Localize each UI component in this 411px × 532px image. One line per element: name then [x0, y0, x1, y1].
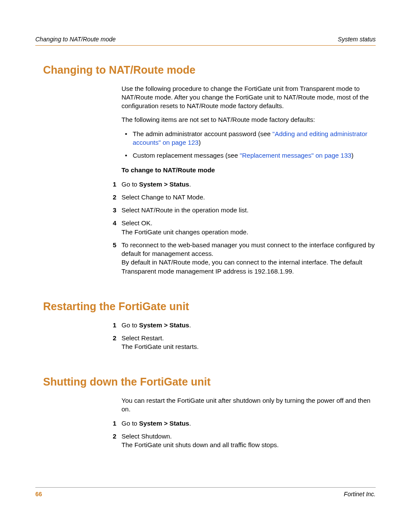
menu-path: System > Status: [139, 420, 189, 427]
menu-path: System > Status: [139, 180, 189, 188]
step-text: Go to: [121, 180, 139, 188]
step-note: By default in NAT/Route mode, you can co…: [121, 258, 376, 276]
step-number: 2: [103, 193, 116, 202]
step-item: 2 Select Change to NAT Mode.: [121, 193, 376, 202]
step-item: 1 Go to System > Status.: [121, 321, 376, 330]
section-nat-body: Use the following procedure to change th…: [121, 84, 376, 276]
step-item: 2 Select Restart. The FortiGate unit res…: [121, 334, 376, 352]
step-text: Select Change to NAT Mode.: [121, 193, 205, 201]
link-replacement-messages[interactable]: "Replacement messages" on page 133: [240, 152, 351, 159]
bullet-list-defaults: The admin administrator account password…: [121, 130, 376, 160]
running-head-left: Changing to NAT/Route mode: [35, 35, 116, 44]
step-number: 1: [103, 419, 116, 428]
step-item: 3 Select NAT/Route in the operation mode…: [121, 206, 376, 215]
para-defaults-intro: The following items are not set to NAT/R…: [121, 115, 376, 124]
step-result: The FortiGate unit changes operation mod…: [121, 228, 376, 236]
section-restart-body: 1 Go to System > Status. 2 Select Restar…: [121, 321, 376, 352]
step-text: Go to: [121, 321, 139, 329]
step-result: The FortiGate unit restarts.: [121, 342, 376, 351]
running-head-right: System status: [338, 35, 376, 44]
bullet-text: The admin administrator account password…: [133, 130, 272, 137]
step-number: 4: [103, 219, 116, 227]
step-number: 1: [103, 180, 116, 189]
step-text: Select Shutdown.: [121, 432, 376, 441]
bullet-item-replacement: Custom replacement messages (see "Replac…: [121, 151, 376, 160]
step-number: 2: [103, 334, 116, 342]
para-shutdown-intro: You can restart the FortiGate unit after…: [121, 396, 376, 414]
step-text: To reconnect to the web-based manager yo…: [121, 241, 376, 258]
step-item: 1 Go to System > Status.: [121, 180, 376, 189]
step-item: 1 Go to System > Status.: [121, 419, 376, 428]
page-footer: 66 Fortinet Inc.: [35, 487, 376, 498]
bullet-text-post: ): [352, 152, 354, 159]
para-intro: Use the following procedure to change th…: [121, 84, 376, 111]
running-head: Changing to NAT/Route mode System status: [35, 35, 376, 44]
step-text-end: .: [189, 420, 191, 427]
step-text: Select NAT/Route in the operation mode l…: [121, 206, 249, 214]
page: Changing to NAT/Route mode System status…: [0, 0, 411, 532]
step-item: 2 Select Shutdown. The FortiGate unit sh…: [121, 432, 376, 450]
bullet-text-post: ): [199, 139, 201, 146]
heading-shutdown: Shutting down the FortiGate unit: [43, 375, 376, 389]
steps-shutdown: 1 Go to System > Status. 2 Select Shutdo…: [121, 419, 376, 450]
subhead-change-nat: To change to NAT/Route mode: [121, 166, 376, 174]
step-text-end: .: [189, 180, 191, 188]
step-number: 3: [103, 206, 116, 215]
bullet-text: Custom replacement messages (see: [133, 152, 240, 159]
heading-nat-route: Changing to NAT/Route mode: [43, 63, 376, 78]
footer-rule: [35, 487, 376, 488]
menu-path: System > Status: [139, 321, 189, 329]
step-text: Select OK.: [121, 219, 376, 227]
step-text: Select Restart.: [121, 334, 376, 342]
step-item: 4 Select OK. The FortiGate unit changes …: [121, 219, 376, 236]
publisher: Fortinet Inc.: [344, 490, 376, 498]
steps-restart: 1 Go to System > Status. 2 Select Restar…: [121, 321, 376, 352]
step-number: 5: [103, 241, 116, 249]
step-item: 5 To reconnect to the web-based manager …: [121, 241, 376, 276]
step-text: Go to: [121, 420, 139, 427]
step-number: 1: [103, 321, 116, 330]
step-text-end: .: [189, 321, 191, 329]
bullet-item-admin: The admin administrator account password…: [121, 130, 376, 147]
heading-restart: Restarting the FortiGate unit: [43, 299, 376, 314]
section-shutdown-body: You can restart the FortiGate unit after…: [121, 396, 376, 449]
step-number: 2: [103, 432, 116, 441]
page-number: 66: [35, 490, 42, 498]
header-rule: [35, 45, 376, 46]
step-result: The FortiGate unit shuts down and all tr…: [121, 441, 376, 449]
steps-change-nat: 1 Go to System > Status. 2 Select Change…: [121, 180, 376, 276]
